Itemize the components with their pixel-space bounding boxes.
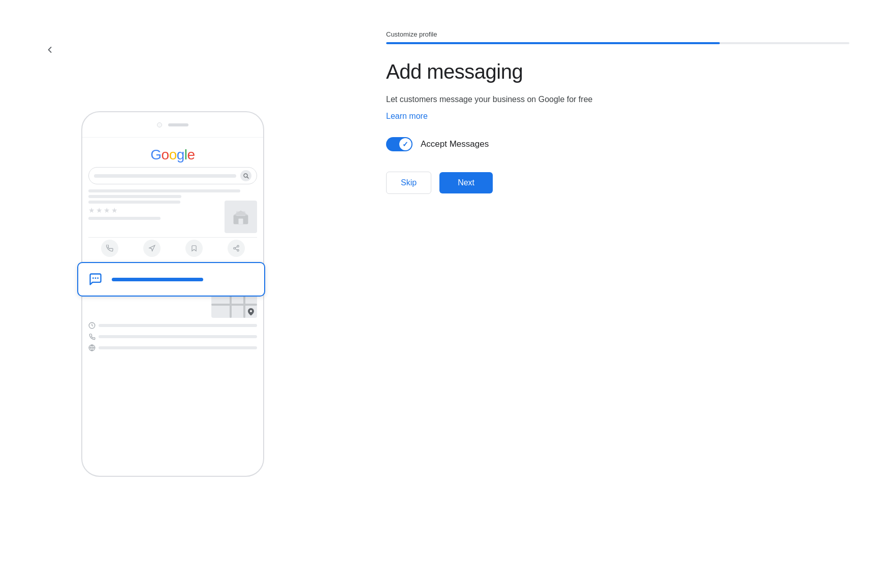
- website-row: [88, 344, 257, 351]
- star-4: ★: [111, 206, 118, 214]
- progress-label: Customize profile: [386, 30, 849, 38]
- skeleton-line-1: [88, 189, 240, 192]
- svg-line-10: [235, 249, 237, 250]
- website-line: [99, 346, 257, 349]
- svg-line-1: [247, 177, 249, 179]
- learn-more-link[interactable]: Learn more: [386, 112, 849, 121]
- search-icon-circle: [240, 170, 251, 181]
- save-icon-circle: [185, 240, 203, 257]
- progress-bar-track: [386, 42, 849, 44]
- google-logo: Google: [150, 147, 195, 163]
- page-title: Add messaging: [386, 60, 849, 83]
- phone-search-bar: [88, 167, 257, 184]
- stars-row: ★ ★ ★ ★: [88, 206, 219, 214]
- progress-bar-fill: [386, 42, 720, 44]
- star-3: ★: [104, 206, 110, 214]
- left-panel: Google: [0, 0, 345, 588]
- svg-point-8: [233, 247, 235, 249]
- action-icons-row: [88, 237, 257, 257]
- svg-point-0: [244, 174, 247, 177]
- phone-mockup: Google: [81, 111, 264, 477]
- phone-notch: [82, 112, 263, 138]
- next-button[interactable]: Next: [439, 172, 493, 193]
- toggle-label: Accept Messages: [421, 139, 489, 149]
- phone-row: [88, 333, 257, 340]
- buttons-row: Skip Next: [386, 172, 849, 194]
- directions-icon-circle: [143, 240, 161, 257]
- phone-camera: [157, 122, 162, 127]
- call-icon-circle: [101, 240, 118, 257]
- business-info: ★ ★ ★ ★: [88, 201, 219, 233]
- back-button[interactable]: [41, 41, 59, 59]
- progress-section: Customize profile: [386, 30, 849, 44]
- toggle-knob: ✓: [399, 138, 411, 150]
- toggle-check-icon: ✓: [402, 140, 408, 148]
- svg-point-7: [237, 245, 239, 247]
- svg-point-9: [237, 249, 239, 251]
- phone-speaker: [168, 123, 188, 126]
- description-text: Let customers message your business on G…: [386, 93, 849, 106]
- phone-screen-content: Google: [82, 138, 263, 476]
- right-panel: Customize profile Add messaging Let cust…: [345, 0, 890, 588]
- star-1: ★: [88, 206, 95, 214]
- page-container: Google: [0, 0, 890, 588]
- share-icon-circle: [228, 240, 245, 257]
- business-section: ★ ★ ★ ★: [88, 201, 257, 233]
- google-logo-area: Google: [88, 147, 257, 163]
- svg-rect-4: [239, 219, 243, 224]
- star-2: ★: [96, 206, 103, 214]
- svg-marker-6: [149, 245, 154, 251]
- hours-row: [88, 322, 257, 329]
- message-icon-box: [86, 270, 105, 288]
- accept-messages-toggle[interactable]: ✓: [386, 137, 412, 151]
- phone-row-line: [99, 335, 257, 338]
- skeleton-line-4: [88, 217, 161, 220]
- search-line: [94, 174, 236, 178]
- messaging-popup: [77, 262, 265, 297]
- business-icon: [225, 201, 257, 233]
- message-popup-line: [112, 278, 203, 281]
- skeleton-line-2: [88, 195, 181, 198]
- map-road-h2: [211, 304, 257, 306]
- toggle-row: ✓ Accept Messages: [386, 137, 849, 151]
- svg-line-11: [235, 247, 237, 248]
- skip-button[interactable]: Skip: [386, 172, 431, 194]
- svg-point-13: [250, 310, 252, 312]
- svg-marker-5: [234, 210, 248, 215]
- skeleton-line-3: [88, 201, 180, 204]
- hours-line: [99, 324, 257, 327]
